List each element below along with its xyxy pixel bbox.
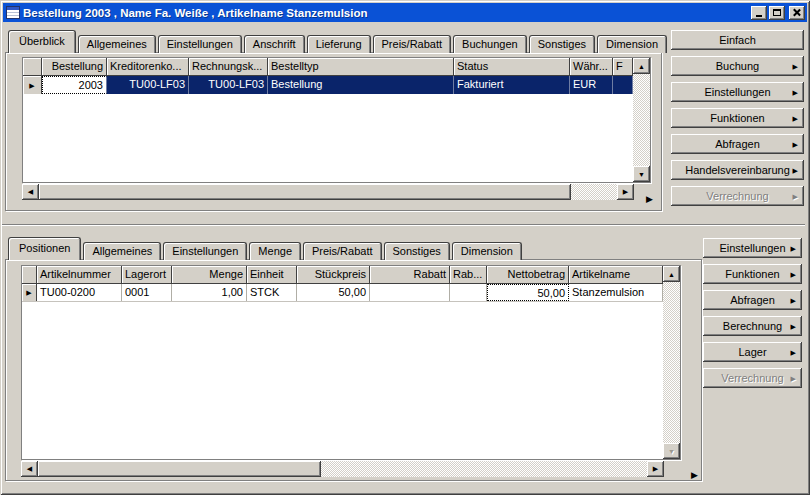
scrollbar-thumb[interactable] (38, 461, 321, 477)
section-splitter[interactable] (2, 224, 805, 225)
einstellungen-button[interactable]: Einstellungen▶ (671, 82, 804, 102)
scroll-up-button[interactable]: ▲ (663, 266, 680, 282)
cell-einheit[interactable]: STCK (247, 284, 297, 301)
orders-header-waehrung[interactable]: Währ... (570, 58, 613, 76)
cell-rab[interactable] (450, 284, 487, 301)
tab-lines-dimension[interactable]: Dimension (452, 242, 522, 260)
orders-button-stack: Einfach Buchung▶ Einstellungen▶ Funktion… (671, 30, 804, 212)
tab-sonstiges[interactable]: Sonstiges (529, 35, 595, 53)
tab-anschrift[interactable]: Anschrift (244, 35, 305, 53)
close-button[interactable] (789, 6, 805, 20)
scroll-down-icon: ▼ (638, 171, 645, 178)
cell-nettobetrag[interactable]: 50,00 (487, 284, 569, 301)
scroll-up-button[interactable]: ▲ (633, 58, 650, 74)
cell-rechnungskonto[interactable]: TU00-LF03 (189, 76, 268, 94)
orders-grid-empty-area (23, 94, 633, 182)
minimize-icon (756, 15, 762, 17)
einfach-button[interactable]: Einfach (671, 30, 804, 50)
orders-header-bestellung[interactable]: Bestellung (42, 58, 107, 76)
tab-lieferung[interactable]: Lieferung (307, 35, 371, 53)
titlebar[interactable]: Bestellung 2003 , Name Fa. Weiße , Artik… (3, 3, 807, 22)
scroll-right-button[interactable]: ▶ (617, 184, 634, 200)
minimize-button[interactable] (751, 6, 767, 20)
scroll-down-button[interactable]: ▼ (633, 166, 650, 182)
scrollbar-track[interactable] (663, 282, 680, 443)
row-selector-cell[interactable]: ▶ (22, 284, 37, 301)
cell-lagerort[interactable]: 0001 (122, 284, 172, 301)
cell-kreditorenkonto[interactable]: TU00-LF03 (107, 76, 189, 94)
button-label: Abfragen (730, 294, 775, 306)
lines-header-artikelname[interactable]: Artikelname (569, 266, 663, 284)
cell-partial[interactable] (613, 76, 633, 94)
orders-header-kreditorenkonto[interactable]: Kreditorenko... (107, 58, 189, 76)
scroll-right-button[interactable]: ▶ (647, 461, 664, 477)
handelsvereinbarung-button[interactable]: Handelsvereinbarung▶ (671, 160, 804, 180)
tab-lines-sonstiges[interactable]: Sonstiges (384, 242, 450, 260)
button-label: Einstellungen (719, 242, 785, 254)
lines-header-artikelnummer[interactable]: Artikelnummer (37, 266, 122, 284)
scroll-down-button[interactable]: ▼ (663, 443, 680, 459)
abfragen-button[interactable]: Abfragen▶ (671, 134, 804, 154)
lines-abfragen-button[interactable]: Abfragen▶ (703, 290, 802, 310)
tab-dimension[interactable]: Dimension (597, 35, 667, 53)
buchung-button[interactable]: Buchung▶ (671, 56, 804, 76)
tab-einstellungen[interactable]: Einstellungen (158, 35, 242, 53)
tab-lines-preis-rabatt[interactable]: Preis/Rabatt (303, 242, 382, 260)
cell-stueckpreis[interactable]: 50,00 (297, 284, 370, 301)
scrollbar-thumb[interactable] (39, 184, 571, 200)
lines-vertical-scrollbar[interactable]: ▲ ▼ (663, 266, 680, 459)
lines-einstellungen-button[interactable]: Einstellungen▶ (703, 238, 802, 258)
lines-horizontal-scrollbar[interactable]: ◀ ▶ (21, 461, 664, 477)
tab-allgemeines[interactable]: Allgemeines (78, 35, 156, 53)
funktionen-button[interactable]: Funktionen▶ (671, 108, 804, 128)
orders-header-bestelltyp[interactable]: Bestelltyp (268, 58, 454, 76)
tab-positionen[interactable]: Positionen (8, 237, 81, 260)
orders-header-partial[interactable]: F (613, 58, 633, 76)
button-label: Buchung (716, 60, 759, 72)
scrollbar-track[interactable] (633, 74, 650, 166)
lager-button[interactable]: Lager▶ (703, 342, 802, 362)
lines-header-lagerort[interactable]: Lagerort (122, 266, 172, 284)
orders-header-rechnungskonto[interactable]: Rechnungsk... (189, 58, 268, 76)
tab-preis-rabatt[interactable]: Preis/Rabatt (373, 35, 452, 53)
orders-row-selected[interactable]: ▶ 2003 TU00-LF03 TU00-LF03 Bestellung Fa… (23, 76, 633, 94)
cell-artikelnummer[interactable]: TU00-0200 (37, 284, 122, 301)
tab-ueberblick[interactable]: Überblick (8, 30, 76, 53)
lines-header-stueckpreis[interactable]: Stückpreis (297, 266, 370, 284)
lines-funktionen-button[interactable]: Funktionen▶ (703, 264, 802, 284)
orders-header-status[interactable]: Status (454, 58, 570, 76)
tab-lines-allgemeines[interactable]: Allgemeines (83, 242, 161, 260)
lines-header-einheit[interactable]: Einheit (247, 266, 297, 284)
cell-status[interactable]: Fakturiert (454, 76, 570, 94)
cell-waehrung[interactable]: EUR (570, 76, 613, 94)
orders-resize-grip-icon[interactable]: ▶ (646, 195, 653, 204)
tab-lines-einstellungen[interactable]: Einstellungen (163, 242, 247, 260)
scroll-left-button[interactable]: ◀ (21, 461, 38, 477)
scroll-left-button[interactable]: ◀ (22, 184, 39, 200)
lines-button-stack: Einstellungen▶ Funktionen▶ Abfragen▶ Ber… (703, 238, 802, 394)
lines-resize-grip-icon[interactable]: ▶ (691, 471, 698, 480)
window-title: Bestellung 2003 , Name Fa. Weiße , Artik… (23, 7, 749, 19)
lines-grid-empty-area (22, 302, 663, 459)
submenu-arrow-icon: ▶ (791, 271, 796, 278)
berechnung-button[interactable]: Berechnung▶ (703, 316, 802, 336)
cell-bestelltyp[interactable]: Bestellung (268, 76, 454, 94)
submenu-arrow-icon: ▶ (793, 89, 798, 96)
button-label: Einfach (719, 34, 756, 46)
cell-rabatt[interactable] (370, 284, 450, 301)
lines-header-menge[interactable]: Menge (172, 266, 247, 284)
maximize-button[interactable] (769, 6, 785, 20)
row-selector-cell[interactable]: ▶ (23, 76, 42, 94)
lines-header-rabatt[interactable]: Rabatt (370, 266, 450, 284)
lines-row[interactable]: ▶ TU00-0200 0001 1,00 STCK 50,00 50,00 S… (22, 284, 663, 302)
cell-menge[interactable]: 1,00 (172, 284, 247, 301)
orders-vertical-scrollbar[interactable]: ▲ ▼ (633, 58, 650, 182)
cell-artikelname[interactable]: Stanzemulsion (569, 284, 663, 301)
orders-horizontal-scrollbar[interactable]: ◀ ▶ (22, 184, 634, 200)
lines-header-nettobetrag[interactable]: Nettobetrag (487, 266, 569, 284)
orders-grid-header: Bestellung Kreditorenko... Rechnungsk...… (23, 58, 633, 76)
tab-menge[interactable]: Menge (249, 242, 301, 260)
cell-bestellung[interactable]: 2003 (42, 76, 107, 94)
tab-buchungen[interactable]: Buchungen (453, 35, 527, 53)
lines-header-rab[interactable]: Rab... (450, 266, 487, 284)
